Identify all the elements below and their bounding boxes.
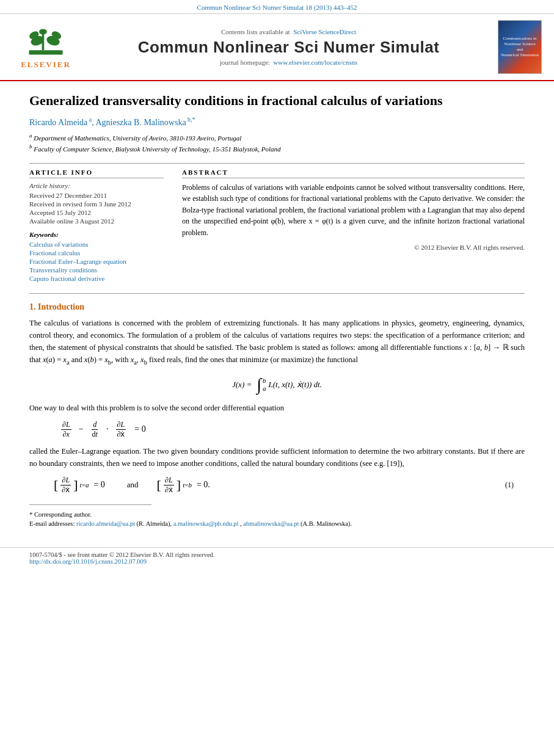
abstract-heading: ABSTRACT <box>182 169 525 178</box>
divider-mid <box>29 293 525 294</box>
eq1-content: [ ∂L ∂ẋ ] t=a = 0 and [ ∂L ∂ẋ <box>35 476 505 495</box>
equation-1-block: [ ∂L ∂ẋ ] t=a = 0 and [ ∂L ∂ẋ <box>29 476 525 495</box>
elsevier-tree-icon <box>24 25 67 59</box>
email3-link[interactable]: abmalinowska@ua.pt <box>243 520 299 527</box>
journal-reference-text: Commun Nonlinear Sci Numer Simulat 18 (2… <box>197 4 357 11</box>
intro-para-1: The calculus of variations is concerned … <box>29 317 525 368</box>
bottom-bar: 1007-5704/$ - see front matter © 2012 El… <box>0 547 554 571</box>
abstract-text: Problems of calculus of variations with … <box>182 182 525 239</box>
authors-line: Ricardo Almeida a, Agnieszka B. Malinows… <box>29 116 525 128</box>
footnote-divider <box>29 504 151 505</box>
available-date: Available online 3 August 2012 <box>29 217 164 225</box>
article-title: Generalized transversality conditions in… <box>29 92 525 110</box>
svg-rect-0 <box>29 50 63 54</box>
affiliations: a Department of Mathematics, University … <box>29 132 525 154</box>
euler-lagrange-equation: ∂L ∂x − d dt · ∂L ∂ẋ = 0 <box>29 420 525 439</box>
eq1-number: (1) <box>505 481 519 490</box>
elsevier-logo: ELSEVIER <box>12 25 79 70</box>
divider-top <box>29 163 525 164</box>
section-introduction: 1. Introduction The calculus of variatio… <box>29 302 525 495</box>
footnote-star: * Corresponding author. <box>29 510 525 520</box>
author-malinowska: Agnieszka B. Malinowska <box>95 117 186 126</box>
history-label: Article history: <box>29 182 164 189</box>
journal-header: ELSEVIER Contents lists available at Sci… <box>0 14 554 81</box>
footnote-email: E-mail addresses: ricardo.almeida@ua.pt … <box>29 519 525 529</box>
journal-center: Contents lists available at SciVerse Sci… <box>79 28 498 66</box>
eq1-right: [ ∂L ∂ẋ ] t=b = 0. <box>157 476 214 495</box>
journal-title: Commun Nonlinear Sci Numer Simulat <box>79 38 498 57</box>
doi-link[interactable]: http://dx.doi.org/10.1016/j.cnsns.2012.0… <box>29 558 525 565</box>
keywords-label: Keywords: <box>29 231 164 238</box>
homepage-url[interactable]: www.elsevier.com/locate/cnsns <box>273 59 357 66</box>
copyright-notice: © 2012 Elsevier B.V. All rights reserved… <box>182 244 525 251</box>
article-info-heading: ARTICLE INFO <box>29 169 164 178</box>
journal-cover-image: Communications in Nonlinear Science and … <box>498 20 542 74</box>
main-content: Generalized transversality conditions in… <box>0 81 554 540</box>
svg-point-6 <box>39 29 47 34</box>
article-info-col: ARTICLE INFO Article history: Received 2… <box>29 169 164 283</box>
eq1-left: [ ∂L ∂ẋ ] t=a = 0 <box>54 476 109 495</box>
info-abstract-cols: ARTICLE INFO Article history: Received 2… <box>29 169 525 283</box>
keyword-1: Calculus of variations <box>29 241 164 248</box>
revised-date: Received in revised form 3 June 2012 <box>29 200 164 208</box>
section-1-title: 1. Introduction <box>29 302 525 312</box>
intro-para-3: called the Euler–Lagrange equation. The … <box>29 445 525 470</box>
journal-homepage: journal homepage: www.elsevier.com/locat… <box>79 59 498 66</box>
integral-equation: J(x) = ∫ b a L(t, x(t), ẋ(t)) dt. <box>29 376 525 393</box>
accepted-date: Accepted 15 July 2012 <box>29 209 164 216</box>
email2-link[interactable]: a.malinowska@pb.edu.pl <box>173 520 239 527</box>
keyword-2: Fractional calculus <box>29 249 164 256</box>
keyword-4: Transversality conditions <box>29 266 164 274</box>
keyword-5: Caputo fractional derivative <box>29 275 164 282</box>
eq1-and: and <box>127 480 139 490</box>
intro-para-2: One way to deal with this problem is to … <box>29 402 525 414</box>
keyword-3: Fractional Euler–Lagrange equation <box>29 258 164 265</box>
sciverse-link[interactable]: SciVerse ScienceDirect <box>293 28 356 35</box>
email1-link[interactable]: ricardo.almeida@ua.pt <box>76 520 135 527</box>
issn-notice: 1007-5704/$ - see front matter © 2012 El… <box>29 551 525 558</box>
abstract-col: ABSTRACT Problems of calculus of variati… <box>182 169 525 283</box>
author-almeida: Ricardo Almeida <box>29 117 87 126</box>
sciverse-line: Contents lists available at SciVerse Sci… <box>79 28 498 35</box>
received-date: Received 27 December 2011 <box>29 192 164 199</box>
elsevier-wordmark: ELSEVIER <box>21 60 71 70</box>
journal-reference-bar: Commun Nonlinear Sci Numer Simulat 18 (2… <box>0 0 554 14</box>
